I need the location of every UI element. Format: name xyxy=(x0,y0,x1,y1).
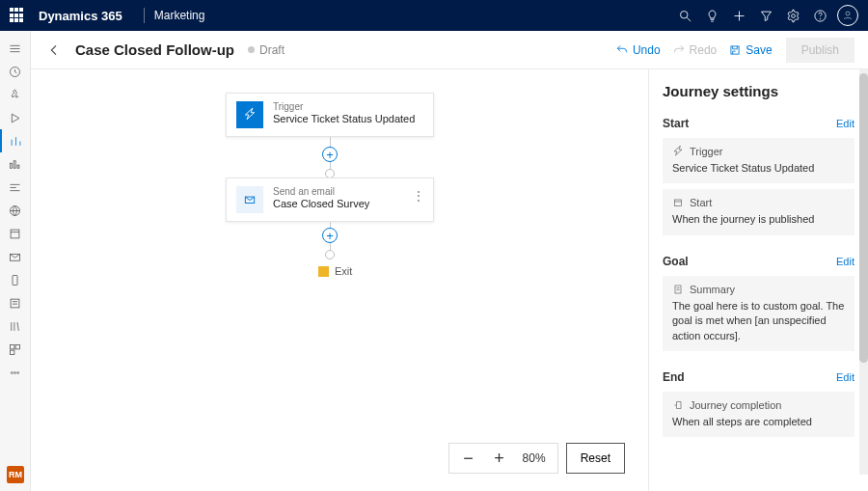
save-label: Save xyxy=(746,43,772,57)
zoom-value: 80% xyxy=(515,451,554,465)
app-launcher-icon[interactable] xyxy=(10,8,25,23)
add-step-button[interactable]: + xyxy=(322,228,338,243)
card-trigger: Trigger Service Ticket Status Updated xyxy=(663,138,854,183)
settings-panel: Journey settings Start Edit Trigger Serv… xyxy=(648,69,868,491)
undo-label: Undo xyxy=(633,43,661,57)
section-title: Goal xyxy=(663,255,689,268)
exit-node[interactable]: Exit xyxy=(318,265,352,277)
save-button[interactable]: Save xyxy=(722,40,777,61)
journeys-icon[interactable] xyxy=(0,129,31,152)
section-title: End xyxy=(663,370,685,384)
card-body: The goal here is to custom goal. The goa… xyxy=(672,299,845,343)
svg-rect-20 xyxy=(11,299,19,308)
analytics-icon[interactable] xyxy=(0,152,31,176)
command-bar: Case Closed Follow-up Draft Undo Redo Sa… xyxy=(31,31,868,69)
svg-rect-32 xyxy=(731,45,739,53)
svg-rect-26 xyxy=(11,344,14,348)
section-title: Start xyxy=(663,117,689,130)
svg-line-25 xyxy=(17,322,18,331)
segments-icon[interactable] xyxy=(0,176,31,199)
svg-rect-16 xyxy=(11,230,19,238)
card-start: Start When the journey is published xyxy=(663,189,854,234)
connector-terminal xyxy=(325,250,335,259)
journey-canvas[interactable]: Trigger Service Ticket Status Updated + … xyxy=(31,69,648,491)
svg-line-1 xyxy=(687,17,691,21)
user-avatar[interactable] xyxy=(837,5,858,26)
node-label: Case Closed Survey xyxy=(273,198,369,209)
status-badge: Draft xyxy=(248,43,285,57)
card-body: When the journey is published xyxy=(672,212,845,227)
node-kind: Send an email xyxy=(273,186,369,197)
recent-icon[interactable] xyxy=(0,60,31,83)
search-icon[interactable] xyxy=(671,0,698,31)
card-summary: Summary The goal here is to custom goal.… xyxy=(663,276,854,351)
mail-icon xyxy=(236,186,263,213)
forms-icon[interactable] xyxy=(0,291,31,314)
exit-label: Exit xyxy=(335,265,352,277)
zoom-controls: − + 80% Reset xyxy=(448,443,625,474)
templates-icon[interactable] xyxy=(0,338,31,361)
svg-rect-12 xyxy=(11,163,13,168)
svg-point-31 xyxy=(17,371,19,373)
card-head: Trigger xyxy=(690,146,722,157)
svg-point-7 xyxy=(846,12,850,15)
pinned-icon[interactable] xyxy=(0,83,31,106)
publish-button: Publish xyxy=(786,38,854,63)
trigger-icon xyxy=(236,101,263,128)
zoom-reset-button[interactable]: Reset xyxy=(566,443,625,474)
library-icon[interactable] xyxy=(0,314,31,338)
svg-rect-27 xyxy=(15,344,19,348)
edit-link[interactable]: Edit xyxy=(836,118,854,129)
section-start: Start Edit Trigger Service Ticket Status… xyxy=(663,117,854,235)
card-body: When all steps are completed xyxy=(672,415,845,429)
email-node[interactable]: Send an email Case Closed Survey ⋮ xyxy=(226,177,434,222)
svg-rect-36 xyxy=(675,286,681,293)
edit-link[interactable]: Edit xyxy=(836,256,854,267)
zoom-in-button[interactable]: + xyxy=(484,443,515,474)
svg-rect-13 xyxy=(14,160,15,168)
svg-rect-34 xyxy=(675,200,682,206)
svg-point-6 xyxy=(820,18,821,19)
svg-rect-18 xyxy=(13,275,17,285)
undo-button[interactable]: Undo xyxy=(610,40,666,61)
module-name[interactable]: Marketing xyxy=(154,9,205,22)
settings-icon[interactable] xyxy=(779,0,806,31)
node-label: Service Ticket Status Updated xyxy=(273,113,415,124)
mail-icon[interactable] xyxy=(0,245,31,268)
svg-rect-28 xyxy=(11,350,14,354)
card-completion: Journey completion When all steps are co… xyxy=(663,392,854,437)
mobile-icon[interactable] xyxy=(0,268,31,291)
card-head: Summary xyxy=(690,284,735,295)
scrollbar[interactable] xyxy=(859,69,868,475)
assets-icon[interactable] xyxy=(0,222,31,245)
svg-rect-14 xyxy=(17,165,19,168)
menu-icon[interactable] xyxy=(0,37,31,60)
redo-button: Redo xyxy=(666,40,723,61)
page-title: Case Closed Follow-up xyxy=(75,41,234,58)
card-body: Service Ticket Status Updated xyxy=(672,161,845,176)
help-icon[interactable] xyxy=(806,0,833,31)
node-more-icon[interactable]: ⋮ xyxy=(412,188,425,204)
panel-title: Journey settings xyxy=(663,83,854,99)
filter-icon[interactable] xyxy=(752,0,779,31)
lightbulb-icon[interactable] xyxy=(698,0,725,31)
svg-point-4 xyxy=(791,14,795,17)
more-icon[interactable] xyxy=(0,361,31,384)
persona-badge[interactable]: RM xyxy=(7,466,24,483)
nav-divider xyxy=(144,8,145,23)
add-icon[interactable] xyxy=(725,0,752,31)
edit-link[interactable]: Edit xyxy=(836,371,854,383)
svg-point-29 xyxy=(11,371,13,373)
card-head: Journey completion xyxy=(690,399,781,411)
flag-icon xyxy=(318,266,329,277)
left-rail: RM xyxy=(0,31,31,491)
card-head: Start xyxy=(690,197,712,208)
back-button[interactable] xyxy=(42,39,66,62)
add-step-button[interactable]: + xyxy=(322,147,338,162)
play-icon[interactable] xyxy=(0,106,31,129)
trigger-node[interactable]: Trigger Service Ticket Status Updated xyxy=(226,93,434,137)
scrollbar-thumb[interactable] xyxy=(859,73,868,363)
globe-icon[interactable] xyxy=(0,199,31,222)
zoom-out-button[interactable]: − xyxy=(453,443,484,474)
global-nav: Dynamics 365 Marketing xyxy=(0,0,868,31)
